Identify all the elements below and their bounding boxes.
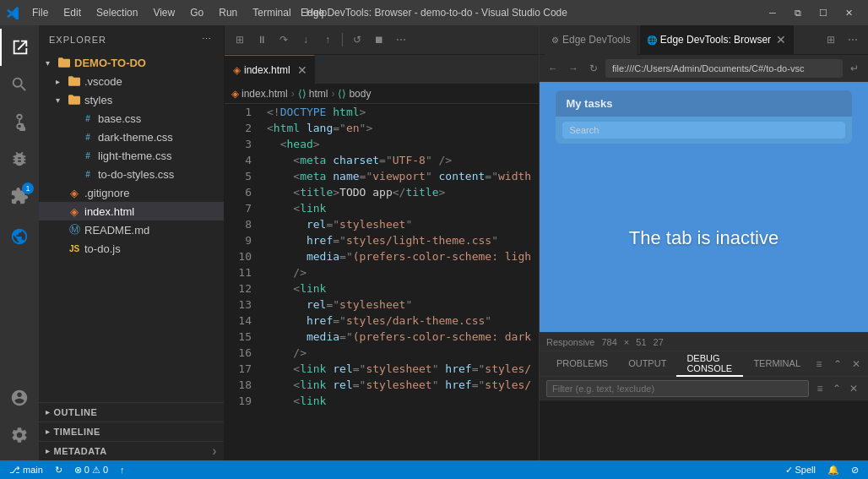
restart-button[interactable]: ↺ (347, 30, 367, 50)
status-live-share[interactable]: ↑ (117, 465, 127, 475)
right-panel: ⚙ Edge DevTools 🌐 Edge DevTools: Browser… (539, 25, 868, 460)
tree-light-theme-css[interactable]: ▸ # light-theme.css (39, 146, 224, 165)
panel-expand-button[interactable]: ⌃ (829, 356, 846, 373)
status-branch[interactable]: ⎇ main (7, 465, 46, 476)
tab-problems[interactable]: PROBLEMS (546, 351, 618, 377)
main-area: 1 EXPLORER ⋯ ▾ (0, 25, 868, 460)
close-button[interactable]: ✕ (836, 0, 861, 25)
activity-edge-icon[interactable] (0, 218, 39, 255)
filter-close-button[interactable]: ✕ (846, 381, 861, 396)
address-bar[interactable]: file:///C:/Users/Admin/Documents/C#/to-d… (605, 59, 843, 78)
folder-icon (68, 93, 81, 106)
todo-js-label: to-do.js (84, 242, 121, 255)
tree-base-css[interactable]: ▸ # base.css (39, 109, 224, 128)
code-line: /> (267, 345, 532, 361)
devtools-tab-browser[interactable]: 🌐 Edge DevTools: Browser ✕ (640, 25, 794, 55)
editor-area: ⊞ ⏸ ↷ ↓ ↑ ↺ ⏹ ⋯ ◈ index.html ✕ ◈ index.h… (225, 25, 539, 460)
status-spell[interactable]: ✓ Spell (783, 465, 818, 476)
filter-input[interactable] (546, 380, 809, 397)
html-tab-icon: ◈ (233, 64, 241, 76)
tree-styles-folder[interactable]: ▾ styles (39, 90, 224, 109)
code-editor[interactable]: <!DOCTYPE html> <html lang="en"> <head> … (260, 104, 539, 460)
tree-gitignore[interactable]: ▸ ◈ .gitignore (39, 183, 224, 202)
css-file-icon: # (81, 167, 95, 181)
tree-dark-theme-css[interactable]: ▸ # dark-theme.css (39, 128, 224, 146)
sidebar-header: EXPLORER ⋯ (39, 25, 224, 53)
tab-terminal[interactable]: TERMINAL (743, 351, 811, 377)
tree-root-folder[interactable]: ▾ DEMO-TO-DO (39, 53, 224, 72)
metadata-header[interactable]: ▸ METADATA › (39, 442, 224, 460)
breadcrumb-file[interactable]: ◈ index.html (231, 88, 288, 100)
outline-header[interactable]: ▸ OUTLINE (39, 403, 224, 422)
editor-tabs-bar: ◈ index.html ✕ (225, 55, 539, 84)
stop-button[interactable]: ⏹ (369, 30, 389, 50)
menu-go[interactable]: Go (183, 5, 210, 20)
timeline-header[interactable]: ▸ TIMELINE (39, 422, 224, 441)
menu-file[interactable]: File (25, 5, 55, 20)
tree-todo-styles-css[interactable]: ▸ # to-do-styles.css (39, 165, 224, 183)
index-html-label: index.html (84, 205, 134, 218)
devtools-layout-button[interactable]: ⊞ (821, 30, 841, 50)
browser-back-button[interactable]: ← (545, 60, 561, 77)
activity-settings-icon[interactable] (0, 416, 39, 454)
file-tree: ▾ DEMO-TO-DO ▸ .vscode ▾ styles (39, 53, 224, 402)
status-bar-left: ⎇ main ↻ ⊗ 0 ⚠ 0 ↑ (7, 465, 127, 476)
minimize-button[interactable]: ─ (760, 0, 785, 25)
address-go-button[interactable]: ↵ (846, 60, 863, 77)
devtools-tab-edge[interactable]: ⚙ Edge DevTools (545, 25, 638, 55)
status-no-problems[interactable]: ⊘ (849, 465, 861, 476)
breadcrumb-body-label: body (349, 88, 371, 100)
menu-selection[interactable]: Selection (90, 5, 144, 20)
restore-button[interactable]: ⧉ (785, 0, 811, 25)
more-button[interactable]: ⋯ (391, 30, 411, 50)
step-over-button[interactable]: ↷ (274, 30, 294, 50)
tree-vscode-folder[interactable]: ▸ .vscode (39, 72, 224, 90)
tree-todo-js[interactable]: ▸ JS to-do.js (39, 239, 224, 258)
tab-debug-console[interactable]: DEBUG CONSOLE (676, 351, 743, 377)
breadcrumb-file-icon: ◈ (231, 88, 239, 100)
activity-extensions-icon[interactable]: 1 (0, 177, 39, 215)
new-file-button[interactable]: ⋯ (200, 32, 214, 46)
filter-clear-button[interactable]: ≡ (812, 381, 827, 396)
edge-tab-label: Edge DevTools (562, 34, 631, 46)
breadcrumb-body[interactable]: ⟨⟩ body (338, 88, 371, 100)
browser-tab-close-button[interactable]: ✕ (776, 33, 786, 46)
tab-output[interactable]: OUTPUT (618, 351, 676, 377)
menu-terminal[interactable]: Terminal (246, 5, 297, 20)
menu-bar: File Edit Selection View Go Run Terminal… (25, 5, 334, 20)
tree-readme[interactable]: ▸ Ⓜ README.md (39, 220, 224, 239)
activity-search-icon[interactable] (0, 66, 39, 103)
tab-close-button[interactable]: ✕ (297, 63, 307, 77)
breadcrumb-body-icon: ⟨⟩ (338, 88, 346, 100)
devtools-more-button[interactable]: ⋯ (843, 30, 863, 50)
menu-edit[interactable]: Edit (57, 5, 88, 20)
menu-view[interactable]: View (146, 5, 182, 20)
panel-action-lines-icon[interactable]: ≡ (811, 356, 827, 373)
spell-icon: ✓ (785, 465, 793, 476)
code-line: <link (267, 200, 532, 216)
search-placeholder: Search (569, 125, 599, 135)
tree-index-html[interactable]: ▸ ◈ index.html (39, 202, 224, 220)
folder-icon (57, 56, 71, 69)
status-errors[interactable]: ⊗ 0 ⚠ 0 (72, 465, 111, 476)
activity-accounts-icon[interactable] (0, 379, 39, 416)
step-out-button[interactable]: ↑ (317, 30, 338, 50)
status-notifications[interactable]: 🔔 (825, 465, 842, 476)
tab-label-index-html: index.html (244, 64, 290, 76)
split-editor-button[interactable]: ⊞ (230, 30, 250, 50)
browser-refresh-button[interactable]: ↻ (585, 60, 602, 77)
activity-debug-icon[interactable] (0, 140, 39, 177)
activity-explorer-icon[interactable] (0, 29, 39, 66)
breadcrumb-html[interactable]: ⟨⟩ html (298, 88, 328, 100)
maximize-button[interactable]: ☐ (811, 0, 836, 25)
filter-expand-button[interactable]: ⌃ (829, 381, 844, 396)
activity-source-control-icon[interactable] (0, 103, 39, 140)
branch-icon: ⎇ (9, 465, 20, 476)
editor-tab-index-html[interactable]: ◈ index.html ✕ (225, 55, 315, 84)
step-into-button[interactable]: ↓ (296, 30, 316, 50)
pause-button[interactable]: ⏸ (252, 30, 272, 50)
status-sync[interactable]: ↻ (52, 465, 65, 476)
browser-forward-button[interactable]: → (565, 60, 582, 77)
menu-run[interactable]: Run (212, 5, 244, 20)
panel-close-button[interactable]: ✕ (848, 356, 865, 373)
